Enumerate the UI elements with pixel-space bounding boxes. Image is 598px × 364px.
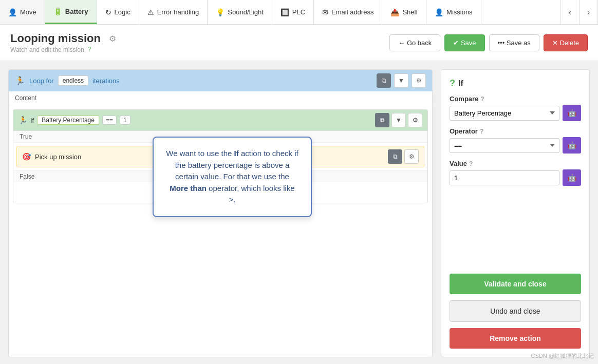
- tab-error-handling[interactable]: ⚠ Error handling: [139, 0, 208, 24]
- loop-copy-button[interactable]: ⧉: [377, 73, 391, 88]
- tooltip-text: We want to use the If action to check if…: [166, 149, 298, 204]
- nav-arrows: ‹ ›: [560, 0, 598, 24]
- tab-error-label: Error handling: [157, 8, 199, 16]
- action-icon: 🎯: [22, 152, 31, 161]
- plc-icon: 🔲: [281, 8, 289, 16]
- tab-shelf-label: Shelf: [402, 8, 418, 16]
- loop-expand-button[interactable]: ▼: [394, 73, 408, 88]
- tab-plc[interactable]: 🔲 PLC: [272, 0, 314, 24]
- go-back-label: ← Go back: [398, 39, 432, 47]
- tab-email[interactable]: ✉ Email address: [314, 0, 382, 24]
- operator-help-icon[interactable]: ?: [480, 128, 483, 135]
- save-button[interactable]: ✔ Save: [444, 34, 484, 51]
- if-copy-button[interactable]: ⧉: [375, 113, 389, 127]
- tab-battery[interactable]: 🔋 Battery: [45, 0, 97, 24]
- mission-editor: 🏃 Loop for endless iterations ⧉ ▼ ⚙ Cont…: [8, 69, 433, 357]
- tab-shelf[interactable]: 📤 Shelf: [382, 0, 426, 24]
- value-row: 🤖: [450, 169, 581, 186]
- operator-select[interactable]: ==: [450, 138, 559, 153]
- missions-icon: 👤: [435, 8, 443, 16]
- tab-email-label: Email address: [331, 8, 373, 16]
- tab-battery-label: Battery: [65, 8, 88, 15]
- save-as-button[interactable]: ••• Save as: [489, 34, 539, 51]
- value-help-icon[interactable]: ?: [469, 160, 473, 167]
- validate-close-button[interactable]: Validate and close: [450, 274, 581, 294]
- nav-tabs: 👤 Move 🔋 Battery ↻ Logic ⚠ Error handlin…: [0, 0, 598, 25]
- nav-next-button[interactable]: ›: [580, 0, 598, 24]
- operator-label-text: Operator: [450, 127, 478, 135]
- go-back-button[interactable]: ← Go back: [389, 34, 440, 51]
- validate-close-label: Validate and close: [484, 280, 546, 288]
- loop-actions: ⧉ ▼ ⚙: [377, 73, 426, 88]
- header-subtitle: Watch and edit the mission.: [10, 46, 86, 53]
- if-settings-button[interactable]: ⚙: [408, 113, 422, 127]
- remove-action-button[interactable]: Remove action: [450, 328, 581, 349]
- tab-missions-label: Missions: [446, 8, 473, 16]
- operator-group: Operator ? == 🤖: [450, 127, 581, 154]
- tab-sound-light[interactable]: 💡 Sound/Light: [208, 0, 272, 24]
- panel-title-text: If: [458, 79, 463, 88]
- compare-help-icon[interactable]: ?: [480, 95, 484, 103]
- loop-suffix-text: iterations: [92, 77, 120, 85]
- header-help-icon[interactable]: ?: [88, 46, 91, 53]
- tab-logic[interactable]: ↻ Logic: [97, 0, 139, 24]
- loop-for-text: Loop for: [29, 77, 54, 85]
- delete-button[interactable]: ✕ Delete: [544, 34, 588, 51]
- compare-select[interactable]: Battery Percentage: [450, 106, 559, 121]
- tab-move[interactable]: 👤 Move: [0, 0, 45, 24]
- watermark: CSDN @红狐狸的北北记: [531, 352, 594, 360]
- undo-close-button[interactable]: Undo and close: [450, 300, 581, 322]
- compare-robot-button[interactable]: 🤖: [563, 105, 581, 121]
- operator-label: Operator ?: [450, 127, 581, 135]
- panel-spacer: [450, 192, 581, 267]
- nav-prev-button[interactable]: ‹: [561, 0, 580, 24]
- delete-label: ✕ Delete: [552, 39, 579, 47]
- save-label: ✔ Save: [453, 39, 476, 47]
- action-settings-button[interactable]: ⚙: [404, 149, 419, 164]
- value-label: Value ?: [450, 160, 581, 167]
- if-compare-badge: Battery Percentage: [37, 116, 99, 125]
- tooltip-bubble: We want to use the If action to check if…: [153, 137, 312, 217]
- gear-icon[interactable]: ⚙: [109, 34, 116, 44]
- if-actions: ⧉ ▼ ⚙: [375, 113, 422, 127]
- value-robot-button[interactable]: 🤖: [563, 169, 581, 186]
- if-label: If: [30, 117, 34, 124]
- loop-settings-button[interactable]: ⚙: [412, 73, 426, 88]
- tab-missions[interactable]: 👤 Missions: [426, 0, 481, 24]
- loop-header: 🏃 Loop for endless iterations ⧉ ▼ ⚙: [9, 70, 432, 91]
- main-area: 🏃 Loop for endless iterations ⧉ ▼ ⚙ Cont…: [0, 61, 598, 364]
- if-expand-button[interactable]: ▼: [391, 113, 406, 127]
- logic-icon: ↻: [105, 8, 111, 16]
- compare-label-text: Compare: [450, 95, 478, 103]
- header-actions: ← Go back ✔ Save ••• Save as ✕ Delete: [389, 34, 588, 51]
- tab-logic-label: Logic: [115, 8, 130, 16]
- if-icon: 🏃: [18, 116, 27, 124]
- panel-title: ? If: [450, 78, 581, 89]
- header-left: Looping mission ⚙ Watch and edit the mis…: [10, 32, 389, 53]
- loop-icon: 🏃: [15, 76, 25, 86]
- content-label: Content: [9, 91, 432, 105]
- right-panel: ? If Compare ? Battery Percentage 🤖 Oper…: [441, 69, 590, 357]
- undo-close-label: Undo and close: [490, 307, 540, 315]
- loop-value-badge: endless: [58, 75, 88, 86]
- if-header: 🏃 If Battery Percentage == 1 ⧉ ▼ ⚙: [13, 110, 427, 131]
- error-icon: ⚠: [147, 8, 154, 16]
- compare-label: Compare ?: [450, 95, 581, 103]
- page-header: Looping mission ⚙ Watch and edit the mis…: [0, 25, 598, 61]
- if-operator-badge: ==: [102, 116, 117, 125]
- save-as-label: ••• Save as: [498, 39, 531, 47]
- sound-icon: 💡: [216, 8, 225, 16]
- action-copy-button[interactable]: ⧉: [388, 149, 402, 164]
- operator-robot-button[interactable]: 🤖: [563, 137, 581, 154]
- tab-plc-label: PLC: [292, 8, 305, 16]
- tab-move-label: Move: [20, 8, 36, 16]
- page-title: Looping mission: [10, 32, 101, 45]
- email-icon: ✉: [322, 8, 328, 16]
- shelf-icon: 📤: [390, 8, 399, 16]
- compare-group: Compare ? Battery Percentage 🤖: [450, 95, 581, 121]
- value-input[interactable]: [450, 170, 559, 185]
- value-group: Value ? 🤖: [450, 160, 581, 186]
- operator-row: == 🤖: [450, 137, 581, 154]
- panel-title-icon: ?: [450, 78, 455, 89]
- action-actions: ⧉ ⚙: [388, 149, 419, 164]
